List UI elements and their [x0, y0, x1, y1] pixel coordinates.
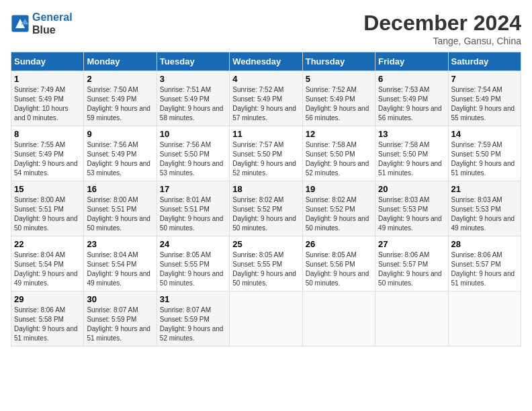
day-number: 24: [160, 239, 226, 249]
day-info: Sunrise: 8:01 AMSunset: 5:51 PMDaylight:…: [160, 196, 224, 232]
day-number: 18: [232, 184, 299, 194]
month-title: December 2024: [363, 11, 521, 36]
day-number: 7: [451, 74, 518, 84]
day-number: 1: [14, 74, 81, 84]
day-cell: [302, 291, 375, 347]
day-number: 16: [87, 184, 153, 194]
day-info: Sunrise: 7:56 AMSunset: 5:50 PMDaylight:…: [160, 141, 224, 177]
weekday-header-saturday: Saturday: [448, 52, 521, 71]
day-number: 19: [306, 184, 372, 194]
day-cell: 10 Sunrise: 7:56 AMSunset: 5:50 PMDaylig…: [157, 126, 229, 181]
day-number: 29: [14, 294, 81, 304]
day-cell: [230, 291, 302, 347]
day-number: 5: [306, 74, 372, 84]
day-info: Sunrise: 8:05 AMSunset: 5:56 PMDaylight:…: [306, 251, 369, 287]
day-cell: 5 Sunrise: 7:52 AMSunset: 5:49 PMDayligh…: [302, 71, 375, 126]
day-number: 3: [160, 74, 226, 84]
day-cell: 1 Sunrise: 7:49 AMSunset: 5:49 PMDayligh…: [11, 71, 84, 126]
day-info: Sunrise: 8:06 AMSunset: 5:58 PMDaylight:…: [14, 306, 78, 342]
weekday-header-thursday: Thursday: [302, 52, 375, 71]
day-info: Sunrise: 7:57 AMSunset: 5:50 PMDaylight:…: [232, 141, 296, 177]
day-number: 10: [160, 129, 226, 139]
weekday-header-tuesday: Tuesday: [157, 52, 229, 71]
day-info: Sunrise: 7:54 AMSunset: 5:49 PMDaylight:…: [451, 86, 515, 122]
day-number: 4: [232, 74, 299, 84]
weekday-header-wednesday: Wednesday: [230, 52, 302, 71]
day-info: Sunrise: 8:00 AMSunset: 5:51 PMDaylight:…: [87, 196, 150, 232]
day-cell: 17 Sunrise: 8:01 AMSunset: 5:51 PMDaylig…: [157, 181, 229, 236]
day-info: Sunrise: 8:05 AMSunset: 5:55 PMDaylight:…: [160, 251, 224, 287]
day-info: Sunrise: 7:59 AMSunset: 5:50 PMDaylight:…: [451, 141, 515, 177]
logo-icon: [11, 14, 30, 33]
day-info: Sunrise: 7:58 AMSunset: 5:50 PMDaylight:…: [378, 141, 442, 177]
day-number: 8: [14, 129, 81, 139]
weekday-header-row: SundayMondayTuesdayWednesdayThursdayFrid…: [11, 52, 521, 71]
day-cell: 21 Sunrise: 8:03 AMSunset: 5:53 PMDaylig…: [448, 181, 521, 236]
day-info: Sunrise: 7:50 AMSunset: 5:49 PMDaylight:…: [87, 86, 150, 122]
day-cell: 11 Sunrise: 7:57 AMSunset: 5:50 PMDaylig…: [230, 126, 302, 181]
day-cell: 24 Sunrise: 8:05 AMSunset: 5:55 PMDaylig…: [157, 236, 229, 291]
day-info: Sunrise: 8:07 AMSunset: 5:59 PMDaylight:…: [160, 306, 224, 342]
day-cell: 15 Sunrise: 8:00 AMSunset: 5:51 PMDaylig…: [11, 181, 84, 236]
day-number: 25: [232, 239, 299, 249]
weekday-header-friday: Friday: [375, 52, 448, 71]
week-row-4: 22 Sunrise: 8:04 AMSunset: 5:54 PMDaylig…: [11, 236, 521, 291]
day-number: 27: [378, 239, 445, 249]
day-cell: 16 Sunrise: 8:00 AMSunset: 5:51 PMDaylig…: [84, 181, 157, 236]
day-cell: 7 Sunrise: 7:54 AMSunset: 5:49 PMDayligh…: [448, 71, 521, 126]
day-number: 13: [378, 129, 445, 139]
day-number: 12: [306, 129, 372, 139]
day-cell: 27 Sunrise: 8:06 AMSunset: 5:57 PMDaylig…: [375, 236, 448, 291]
week-row-5: 29 Sunrise: 8:06 AMSunset: 5:58 PMDaylig…: [11, 291, 521, 347]
day-number: 9: [87, 129, 153, 139]
day-number: 14: [451, 129, 518, 139]
day-cell: [448, 291, 521, 347]
week-row-3: 15 Sunrise: 8:00 AMSunset: 5:51 PMDaylig…: [11, 181, 521, 236]
title-block: December 2024 Tange, Gansu, China: [363, 11, 521, 46]
day-info: Sunrise: 8:07 AMSunset: 5:59 PMDaylight:…: [87, 306, 150, 342]
day-number: 31: [160, 294, 226, 304]
calendar-table: SundayMondayTuesdayWednesdayThursdayFrid…: [11, 52, 521, 347]
day-info: Sunrise: 8:02 AMSunset: 5:52 PMDaylight:…: [232, 196, 296, 232]
day-info: Sunrise: 7:58 AMSunset: 5:50 PMDaylight:…: [306, 141, 369, 177]
day-cell: 9 Sunrise: 7:56 AMSunset: 5:49 PMDayligh…: [84, 126, 157, 181]
location-subtitle: Tange, Gansu, China: [363, 36, 521, 46]
day-info: Sunrise: 7:53 AMSunset: 5:49 PMDaylight:…: [378, 86, 442, 122]
logo-text: General Blue: [32, 11, 73, 36]
weekday-header-sunday: Sunday: [11, 52, 84, 71]
day-cell: 6 Sunrise: 7:53 AMSunset: 5:49 PMDayligh…: [375, 71, 448, 126]
day-number: 23: [87, 239, 153, 249]
day-number: 26: [306, 239, 372, 249]
day-cell: 22 Sunrise: 8:04 AMSunset: 5:54 PMDaylig…: [11, 236, 84, 291]
day-info: Sunrise: 8:05 AMSunset: 5:55 PMDaylight:…: [232, 251, 296, 287]
day-info: Sunrise: 8:03 AMSunset: 5:53 PMDaylight:…: [378, 196, 442, 232]
day-cell: 4 Sunrise: 7:52 AMSunset: 5:49 PMDayligh…: [230, 71, 302, 126]
day-number: 28: [451, 239, 518, 249]
day-cell: 31 Sunrise: 8:07 AMSunset: 5:59 PMDaylig…: [157, 291, 229, 347]
day-info: Sunrise: 7:56 AMSunset: 5:49 PMDaylight:…: [87, 141, 150, 177]
day-cell: 20 Sunrise: 8:03 AMSunset: 5:53 PMDaylig…: [375, 181, 448, 236]
day-number: 22: [14, 239, 81, 249]
day-number: 15: [14, 184, 81, 194]
weekday-header-monday: Monday: [84, 52, 157, 71]
day-cell: 12 Sunrise: 7:58 AMSunset: 5:50 PMDaylig…: [302, 126, 375, 181]
day-number: 17: [160, 184, 226, 194]
day-info: Sunrise: 8:03 AMSunset: 5:53 PMDaylight:…: [451, 196, 515, 232]
day-cell: 8 Sunrise: 7:55 AMSunset: 5:49 PMDayligh…: [11, 126, 84, 181]
day-number: 6: [378, 74, 445, 84]
day-info: Sunrise: 8:06 AMSunset: 5:57 PMDaylight:…: [378, 251, 442, 287]
day-cell: 25 Sunrise: 8:05 AMSunset: 5:55 PMDaylig…: [230, 236, 302, 291]
day-cell: 26 Sunrise: 8:05 AMSunset: 5:56 PMDaylig…: [302, 236, 375, 291]
day-cell: [375, 291, 448, 347]
day-cell: 13 Sunrise: 7:58 AMSunset: 5:50 PMDaylig…: [375, 126, 448, 181]
day-info: Sunrise: 8:00 AMSunset: 5:51 PMDaylight:…: [14, 196, 78, 232]
day-cell: 14 Sunrise: 7:59 AMSunset: 5:50 PMDaylig…: [448, 126, 521, 181]
day-cell: 18 Sunrise: 8:02 AMSunset: 5:52 PMDaylig…: [230, 181, 302, 236]
day-cell: 3 Sunrise: 7:51 AMSunset: 5:49 PMDayligh…: [157, 71, 229, 126]
day-cell: 30 Sunrise: 8:07 AMSunset: 5:59 PMDaylig…: [84, 291, 157, 347]
day-number: 30: [87, 294, 153, 304]
week-row-1: 1 Sunrise: 7:49 AMSunset: 5:49 PMDayligh…: [11, 71, 521, 126]
day-info: Sunrise: 7:49 AMSunset: 5:49 PMDaylight:…: [14, 86, 69, 122]
day-info: Sunrise: 8:04 AMSunset: 5:54 PMDaylight:…: [87, 251, 150, 287]
week-row-2: 8 Sunrise: 7:55 AMSunset: 5:49 PMDayligh…: [11, 126, 521, 181]
